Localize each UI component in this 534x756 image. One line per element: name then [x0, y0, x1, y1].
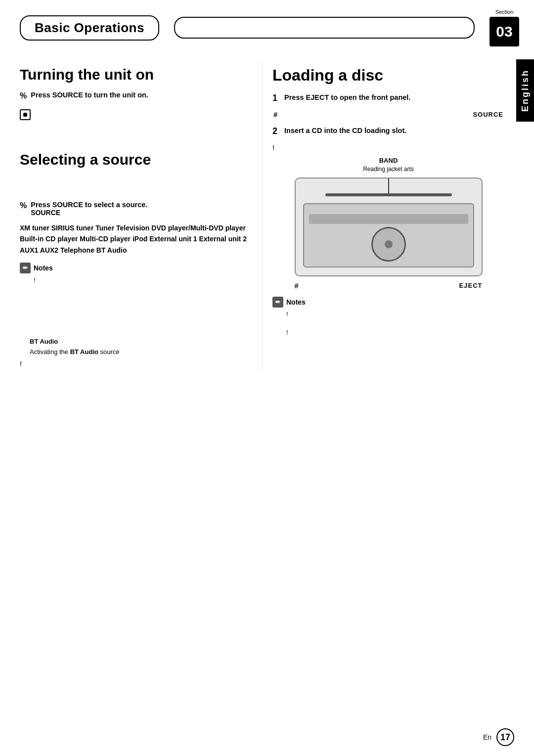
- notes-icon-left: ✏: [20, 263, 31, 273]
- right-notes-header: ✏ Notes: [272, 297, 504, 308]
- header-middle-box: [174, 17, 475, 39]
- step-2-number: 2: [272, 126, 284, 136]
- right-notes-text-1: !: [286, 310, 504, 319]
- band-sub: Reading jacket arts: [363, 166, 414, 173]
- page-number: 17: [496, 728, 514, 746]
- hash-2: #: [295, 281, 299, 290]
- source-label-left: SOURCE: [31, 209, 60, 217]
- left-column: Turning the unit on % Press SOURCE to tu…: [20, 61, 262, 371]
- en-label: En: [483, 733, 491, 741]
- left-notes-label: Notes: [34, 264, 53, 272]
- english-side-tab: English: [516, 59, 534, 122]
- selecting-instruction-line: % Press SOURCE to select a source. SOURC…: [20, 201, 247, 217]
- source-list: XM tuner SIRIUS tuner Tuner Television D…: [20, 222, 247, 256]
- band-label: BAND: [379, 157, 398, 164]
- disc-slot: [325, 193, 452, 196]
- right-notes-label: Notes: [286, 298, 306, 306]
- main-content: Turning the unit on % Press SOURCE to tu…: [0, 51, 534, 381]
- step-2-text: Insert a CD into the CD loading slot.: [284, 126, 406, 135]
- selecting-instruction-text: Press SOURCE to select a source.: [31, 201, 147, 209]
- disc-diagram: [295, 178, 483, 276]
- source-label-right: SOURCE: [473, 111, 503, 118]
- section-label: Section: [495, 9, 514, 15]
- eject-label: EJECT: [459, 282, 483, 289]
- bt-audio-text: Activating the BT Audio source: [20, 347, 247, 357]
- bt-audio-heading: BT Audio: [20, 338, 247, 345]
- insert-bang: !: [272, 143, 504, 152]
- disc-slot-graphic: [309, 214, 468, 224]
- right-column: Loading a disc 1 Press EJECT to open the…: [262, 61, 504, 371]
- notes-icon-right: ✏: [272, 297, 283, 308]
- disc-circle: [371, 227, 406, 262]
- step-1-number: 1: [272, 93, 284, 103]
- selecting-heading: Selecting a source: [20, 151, 247, 168]
- loading-heading: Loading a disc: [272, 66, 504, 85]
- turning-instruction-text: Press SOURCE to turn the unit on.: [31, 91, 148, 99]
- page-header: Basic Operations Section 03: [0, 0, 534, 51]
- percent-symbol-2: %: [20, 201, 27, 210]
- right-notes-text-2: !: [286, 328, 504, 338]
- left-lower-bang: !: [20, 359, 247, 368]
- percent-symbol-1: %: [20, 91, 27, 100]
- band-line: [388, 178, 389, 193]
- page-footer: En 17: [483, 728, 514, 746]
- section-number: 03: [490, 17, 519, 46]
- right-notes-box: ✏ Notes ! !: [272, 297, 504, 337]
- eject-line: # EJECT: [295, 281, 483, 290]
- source-button-icon-1: [20, 109, 31, 120]
- page: Basic Operations Section 03 English Turn…: [0, 0, 534, 756]
- step-1: 1 Press EJECT to open the front panel.: [272, 92, 504, 103]
- turning-heading: Turning the unit on: [20, 66, 247, 83]
- diagram-wrapper: BAND Reading jacket arts: [295, 156, 483, 290]
- section-badge: Basic Operations: [20, 15, 159, 41]
- step-1-text: Press EJECT to open the front panel.: [284, 92, 410, 102]
- band-area: BAND Reading jacket arts: [295, 156, 483, 173]
- hash-1: #: [273, 110, 277, 119]
- left-notes-text: !: [34, 275, 247, 285]
- left-notes-header: ✏ Notes: [20, 263, 247, 273]
- left-notes-box: ✏ Notes !: [20, 263, 247, 285]
- hash-line-1: # SOURCE: [272, 110, 504, 119]
- turning-instruction-line: % Press SOURCE to turn the unit on.: [20, 91, 247, 100]
- disc-center: [385, 240, 393, 248]
- step-2: 2 Insert a CD into the CD loading slot.: [272, 126, 504, 136]
